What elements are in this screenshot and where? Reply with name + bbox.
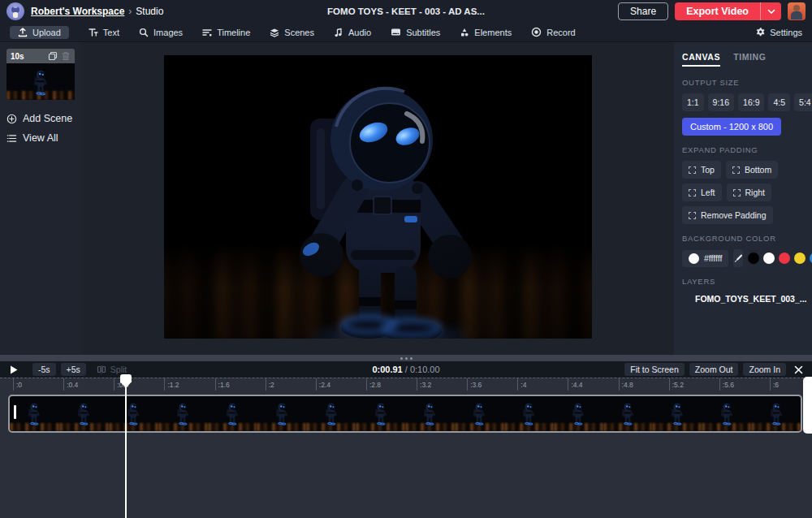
scenes-icon [270, 28, 279, 37]
right-panel-tabs: CANVAS TIMING [682, 52, 804, 67]
toolbar-images[interactable]: Images [139, 28, 183, 37]
play-button[interactable] [6, 363, 19, 376]
background-color-row: #ffffff [682, 249, 804, 267]
breadcrumb-separator: › [128, 6, 132, 17]
layer-item[interactable]: FOMO_TOYS_KEET_003_... [689, 294, 804, 304]
export-video-label[interactable]: Export Video [675, 2, 760, 20]
zoom-in-button[interactable]: Zoom In [743, 363, 786, 376]
trash-icon[interactable] [61, 51, 71, 61]
ruler-tick: :1.2 [164, 378, 179, 391]
toolbar-timeline[interactable]: Timeline [202, 28, 250, 37]
toolbar: Upload Text Images Timeline Scenes Audio… [0, 23, 812, 42]
timeline-resize-handle[interactable] [0, 355, 812, 361]
size-4-5[interactable]: 4:5 [768, 93, 790, 111]
music-note-icon [334, 28, 343, 37]
background-color-value-button[interactable]: #ffffff [682, 250, 728, 267]
scene-card-header: 10s [6, 49, 75, 63]
split-icon [97, 365, 106, 374]
clip-thumbnail [158, 396, 208, 431]
ruler-tick: :2.4 [316, 378, 330, 391]
output-size-label: OUTPUT SIZE [682, 78, 804, 87]
clip-thumbnail [10, 396, 59, 431]
settings-button[interactable]: Settings [755, 27, 802, 37]
clip-thumbnail [306, 396, 356, 431]
workspace-avatar[interactable] [6, 2, 24, 20]
canvas-vignette [164, 55, 592, 339]
ruler-tick: :2.8 [366, 378, 381, 391]
clip-thumbnail [59, 396, 109, 431]
remove-padding-button[interactable]: Remove Padding [682, 206, 773, 224]
padding-top-button[interactable]: Top [682, 161, 721, 179]
custom-size-button[interactable]: Custom - 1200 x 800 [682, 118, 781, 136]
video-track[interactable] [8, 395, 802, 433]
close-timeline-button[interactable] [791, 362, 806, 377]
scene-card[interactable]: 10s [6, 49, 75, 100]
dashed-square-icon [689, 212, 696, 219]
eyedropper-button[interactable] [733, 249, 743, 267]
share-button[interactable]: Share [618, 2, 668, 20]
size-16-9[interactable]: 16:9 [738, 93, 764, 111]
current-color-dot [689, 253, 699, 264]
settings-label: Settings [770, 28, 802, 37]
subtitles-icon [391, 27, 401, 37]
toolbar-record-label: Record [546, 28, 575, 37]
tab-timing[interactable]: TIMING [733, 52, 766, 67]
padding-right-button[interactable]: Right [727, 183, 772, 201]
shapes-icon [460, 28, 469, 37]
toolbar-elements[interactable]: Elements [460, 28, 512, 37]
view-all-label: View All [23, 132, 58, 144]
scenes-sidebar: 10s Add Scene View All [0, 42, 81, 355]
toolbar-scenes[interactable]: Scenes [270, 28, 314, 37]
view-all-button[interactable]: View All [6, 132, 75, 144]
record-icon [531, 27, 542, 37]
zoom-out-button[interactable]: Zoom Out [689, 363, 739, 376]
add-scene-button[interactable]: Add Scene [6, 113, 75, 124]
padding-bottom-button[interactable]: Bottom [726, 161, 778, 179]
expand-padding-label: EXPAND PADDING [682, 145, 804, 154]
user-avatar[interactable] [788, 2, 806, 20]
color-swatches [748, 253, 812, 264]
tab-canvas[interactable]: CANVAS [682, 52, 720, 67]
ruler-tick: :4.8 [619, 378, 633, 391]
upload-icon [18, 28, 28, 37]
toolbar-elements-label: Elements [474, 28, 512, 37]
workspace-link[interactable]: Robert's Workspace [31, 6, 124, 17]
duplicate-icon[interactable] [48, 51, 58, 61]
toolbar-upload-label: Upload [32, 28, 61, 37]
timeline-scrollbar[interactable] [803, 377, 812, 434]
color-swatch[interactable] [763, 253, 775, 264]
scene-duration: 10s [11, 52, 45, 61]
play-icon [8, 365, 19, 375]
timeline-panel: -5s +5s Split 0:00.91 / 0:10.00 Fit to S… [0, 355, 812, 518]
background-color-label: BACKGROUND COLOR [682, 234, 804, 243]
clip-thumbnail [405, 396, 455, 431]
scene-thumbnail[interactable] [6, 63, 75, 100]
color-swatch[interactable] [794, 253, 806, 264]
skip-back-button[interactable]: -5s [32, 363, 56, 376]
toolbar-record[interactable]: Record [531, 27, 575, 37]
toolbar-audio[interactable]: Audio [334, 28, 371, 37]
toolbar-scenes-label: Scenes [284, 28, 314, 37]
size-1-1[interactable]: 1:1 [682, 93, 704, 111]
toolbar-subtitles[interactable]: Subtitles [391, 27, 440, 37]
background-color-hex: #ffffff [704, 253, 722, 263]
clip-thumbnail [356, 396, 405, 431]
color-swatch[interactable] [779, 253, 790, 264]
fit-to-screen-button[interactable]: Fit to Screen [624, 363, 685, 376]
video-canvas[interactable] [164, 55, 592, 339]
ruler-tick: :6 [770, 378, 779, 391]
size-5-4[interactable]: 5:4 [794, 93, 812, 111]
output-size-options: 1:1 9:16 16:9 4:5 5:4 [682, 93, 804, 111]
magnifier-icon [139, 28, 149, 37]
dashed-square-icon [733, 189, 741, 196]
color-swatch[interactable] [748, 253, 759, 264]
skip-forward-button[interactable]: +5s [61, 363, 86, 376]
toolbar-upload[interactable]: Upload [10, 26, 69, 39]
export-options-button[interactable] [760, 2, 781, 20]
track-start-cursor [14, 405, 16, 419]
size-9-16[interactable]: 9:16 [708, 93, 734, 111]
export-video-button[interactable]: Export Video [675, 2, 781, 20]
padding-left-button[interactable]: Left [682, 183, 722, 201]
ruler-tick: :5.6 [719, 378, 734, 391]
toolbar-text[interactable]: Text [89, 28, 119, 37]
